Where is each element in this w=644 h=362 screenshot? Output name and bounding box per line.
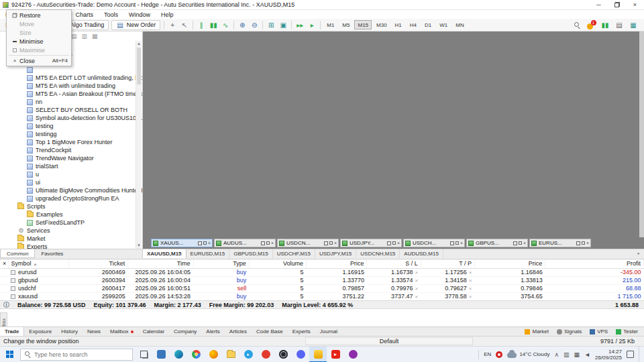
minimized-chart-audusd[interactable]: AUDUS... × xyxy=(214,239,276,247)
new-chart-tab-icon[interactable]: + xyxy=(633,249,644,258)
taskbar-clock[interactable]: 14:27 26/09/2025 xyxy=(595,349,622,361)
chart-shift-icon[interactable]: ▸ xyxy=(307,20,317,30)
navigator-item[interactable]: TrendCockpit xyxy=(0,146,135,154)
youtube-icon[interactable]: ▸ xyxy=(327,347,344,362)
chart-tab-usdcnh[interactable]: USDCNH,M15 xyxy=(356,249,400,258)
remove-sl-icon[interactable]: × xyxy=(415,286,419,292)
profile-selector[interactable]: Default xyxy=(305,337,473,345)
bar-chart-icon[interactable]: ∥ xyxy=(196,20,207,30)
navigator-folder-examples[interactable]: Examples xyxy=(0,210,135,219)
timeframe-m1[interactable]: M1 xyxy=(323,20,337,29)
tab-experts[interactable]: Experts xyxy=(288,327,315,336)
navigator-item[interactable]: nn xyxy=(0,98,135,106)
maximize-icon[interactable] xyxy=(392,241,396,245)
timeframe-w1[interactable]: W1 xyxy=(436,20,451,29)
chart-tab-usdchf[interactable]: USDCHF,M15 xyxy=(273,249,315,258)
tab-code-base[interactable]: Code Base xyxy=(252,327,288,336)
notification-tray-icon[interactable] xyxy=(496,351,502,358)
chart-tab-gbpusd[interactable]: GBPUSD,M15 xyxy=(229,249,273,258)
close-icon[interactable]: × xyxy=(523,241,526,245)
vps-button[interactable]: VPS xyxy=(586,328,611,335)
tab-history[interactable]: History xyxy=(56,327,83,336)
tab-common[interactable]: Common xyxy=(0,249,35,258)
firefox-icon[interactable] xyxy=(205,347,222,362)
chart-tab-usdjpy[interactable]: USDJPY,M15 xyxy=(315,249,356,258)
navigator-item[interactable]: trialStart xyxy=(0,162,135,170)
col-symbol[interactable]: Symbol xyxy=(11,260,32,267)
scroll-down-icon[interactable]: ▼ xyxy=(136,243,142,249)
scrollbar-thumb[interactable] xyxy=(137,48,141,84)
position-row-xauusd[interactable]: xauusd 2599205 2025.09.26 14:53:28 buy 5… xyxy=(0,292,644,300)
zoom-in-icon[interactable]: ⊕ xyxy=(237,20,248,30)
navigator-item[interactable]: Ultimate BigMove Commodities Hunter EA xyxy=(0,186,135,194)
tab-articles[interactable]: Articles xyxy=(225,327,252,336)
start-button[interactable] xyxy=(0,347,19,362)
navigator-item[interactable]: SELECT BUY ORSELL OR BOTH xyxy=(0,106,135,114)
navigator-item[interactable]: testingg xyxy=(0,130,135,138)
col-volume[interactable]: Volume xyxy=(249,259,306,268)
col-type[interactable]: Type xyxy=(193,259,249,268)
market-button[interactable]: Market xyxy=(521,328,551,335)
remove-sl-icon[interactable]: × xyxy=(415,269,419,276)
remove-tp-icon[interactable]: × xyxy=(469,286,472,292)
panel-doc-icon[interactable]: ▤ xyxy=(71,33,77,40)
restore-icon[interactable] xyxy=(324,241,328,245)
navigator-item[interactable]: Top 1 BigMove Forex Hunter xyxy=(0,138,135,146)
app-logo-icon[interactable] xyxy=(3,2,9,8)
restore-icon[interactable] xyxy=(513,241,517,245)
position-row-usdchf[interactable]: usdchf 2600417 2025.09.26 16:00:51 sell … xyxy=(0,284,644,292)
minimized-chart-usdchf[interactable]: USDCH... × xyxy=(403,239,465,247)
tab-alerts[interactable]: Alerts xyxy=(201,327,224,336)
position-row-eurusd[interactable]: eurusd 2600469 2025.09.26 16:04:05 buy 5… xyxy=(0,268,644,276)
navigator-item-services[interactable]: ⚙Services xyxy=(0,227,135,235)
timeframe-h4[interactable]: H4 xyxy=(407,20,420,29)
menu-help[interactable]: Help xyxy=(156,11,179,18)
col-profit[interactable]: Profit xyxy=(545,259,644,268)
search-icon[interactable] xyxy=(572,20,582,30)
menu-item-close[interactable]: × Close Alt+F4 xyxy=(7,56,70,65)
candlestick-chart-icon[interactable]: ▮▮ xyxy=(208,20,219,30)
obs-icon[interactable] xyxy=(274,347,292,362)
telegram-icon[interactable]: ▸ xyxy=(239,347,257,362)
tab-news[interactable]: News xyxy=(83,327,105,336)
restore-button[interactable] xyxy=(608,0,626,9)
tab-mailbox[interactable]: Mailbox xyxy=(105,327,138,336)
navigator-item[interactable]: MT5 EA with unlimited trading xyxy=(0,82,135,90)
language-indicator[interactable]: EN xyxy=(484,351,491,357)
maximize-icon[interactable] xyxy=(203,241,207,245)
maximize-icon[interactable] xyxy=(582,241,585,245)
workspace-scrollbar[interactable] xyxy=(639,32,644,237)
timeframe-m30[interactable]: M30 xyxy=(373,20,390,29)
restore-icon[interactable] xyxy=(387,241,391,245)
tester-button[interactable]: Tester xyxy=(612,328,641,335)
show-desktop-button[interactable] xyxy=(639,347,642,362)
remove-sl-icon[interactable]: × xyxy=(415,278,419,284)
minimized-chart-eurusd[interactable]: EURUS... × xyxy=(529,239,591,247)
menu-window[interactable]: Window xyxy=(123,11,156,18)
navigator-item[interactable]: TrendWave Navigator xyxy=(0,154,135,162)
maximize-icon[interactable] xyxy=(329,241,333,245)
navigator-item[interactable]: u xyxy=(0,170,135,178)
col-tp[interactable]: T / P xyxy=(421,259,474,268)
timeframe-h1[interactable]: H1 xyxy=(392,20,405,29)
close-icon[interactable]: × xyxy=(271,241,274,245)
menu-item-minimise[interactable]: Minimise xyxy=(7,37,70,46)
chart-tab-xauusd[interactable]: XAUUSD,M15 xyxy=(143,249,186,258)
scroll-up-icon[interactable]: ▲ xyxy=(136,41,142,47)
hidden-icons-chevron[interactable]: ∧ xyxy=(554,351,559,358)
col-time[interactable]: Time xyxy=(128,259,193,268)
restore-icon[interactable] xyxy=(576,241,580,245)
chart-tab-eurusd[interactable]: EURUSD,M15 xyxy=(186,249,230,258)
close-icon[interactable]: × xyxy=(586,241,589,245)
signals-button[interactable]: Signals xyxy=(553,328,585,335)
market-watch-icon[interactable]: ▮▮ xyxy=(600,20,610,30)
edge-icon[interactable] xyxy=(170,347,187,362)
minimize-button[interactable]: ─ xyxy=(590,0,608,9)
remove-sl-icon[interactable]: × xyxy=(415,294,419,300)
close-icon[interactable]: × xyxy=(460,241,463,245)
maximize-icon[interactable] xyxy=(519,241,522,245)
discord-icon[interactable] xyxy=(292,347,309,362)
close-icon[interactable]: × xyxy=(208,241,211,245)
restore-icon[interactable] xyxy=(198,241,202,245)
col-ticket[interactable]: Ticket xyxy=(68,259,127,268)
